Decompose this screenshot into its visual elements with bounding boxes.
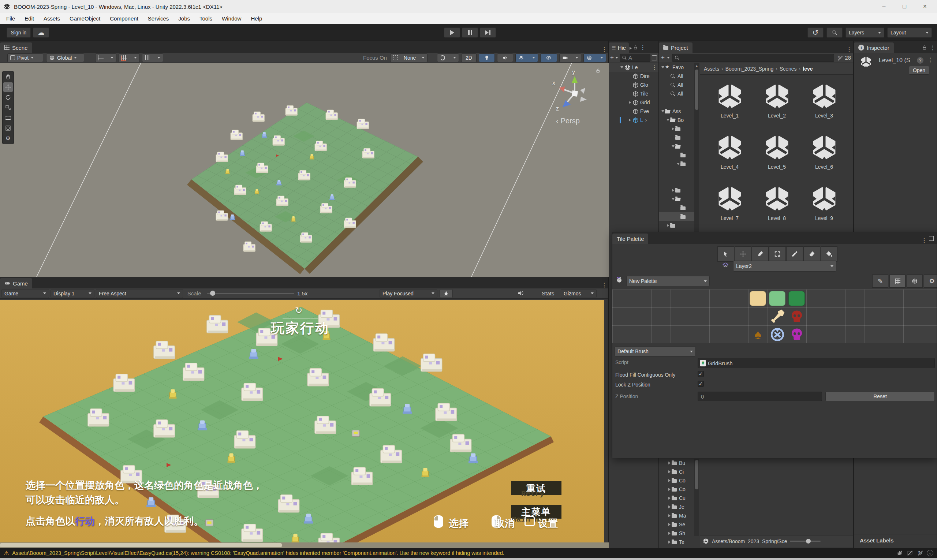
pivot-dropdown[interactable]: Pivot bbox=[7, 54, 43, 62]
tab-hierarchy[interactable]: ☰Hie bbox=[609, 43, 629, 53]
project-tree-row[interactable]: Ci bbox=[659, 468, 694, 476]
progress-idle-icon[interactable]: ⌄ bbox=[927, 550, 933, 556]
scene-viewport[interactable]: ⚙ y x z ‹Persp bbox=[0, 63, 609, 277]
tile-fill-tool[interactable] bbox=[821, 246, 837, 262]
breadcrumb-item[interactable]: Booom_2023_Spring› bbox=[725, 66, 777, 72]
hidden-packages-icon[interactable]: ✎ bbox=[836, 55, 843, 61]
project-tree-row[interactable]: Co bbox=[659, 485, 694, 494]
reset-button[interactable]: Reset bbox=[825, 392, 935, 401]
lock-icon[interactable] bbox=[922, 45, 927, 50]
breadcrumb-item[interactable]: leve› bbox=[803, 66, 812, 72]
project-tree-row[interactable] bbox=[659, 203, 694, 212]
play-focused-dropdown[interactable]: Play Focused bbox=[380, 289, 437, 298]
expand-arrow-icon[interactable] bbox=[662, 66, 664, 68]
scale-tool[interactable] bbox=[3, 103, 13, 112]
scene-kebab-icon[interactable]: ⋮ bbox=[651, 64, 659, 71]
minimize-button[interactable]: – bbox=[875, 1, 892, 12]
lock-z-checkbox[interactable]: ✓ bbox=[698, 381, 704, 387]
scene-lighting-toggle[interactable] bbox=[479, 54, 495, 62]
add-gameobject-button[interactable]: + bbox=[610, 54, 614, 62]
project-tree-row[interactable] bbox=[659, 186, 694, 195]
grid-toggle-button[interactable] bbox=[889, 274, 906, 288]
add-asset-button[interactable]: + bbox=[661, 54, 665, 62]
expand-arrow-icon[interactable] bbox=[672, 128, 674, 130]
console-refresh-muted-icon[interactable]: ↻ bbox=[917, 549, 924, 557]
project-tree-row[interactable]: Ma bbox=[659, 511, 694, 520]
brush-dropdown[interactable]: Default Brush bbox=[614, 346, 696, 357]
expand-arrow-icon[interactable] bbox=[668, 505, 671, 508]
snap-increment-button[interactable] bbox=[142, 54, 163, 62]
expand-arrow-icon[interactable] bbox=[668, 462, 671, 465]
scene-picker-icon[interactable] bbox=[652, 55, 657, 60]
undo-history-button[interactable]: ↺ bbox=[808, 28, 823, 38]
expand-arrow-icon[interactable] bbox=[668, 523, 671, 526]
scene-menu-kebab-icon[interactable]: ⋮ bbox=[600, 46, 608, 53]
layers-dropdown[interactable]: Layers bbox=[846, 28, 884, 38]
project-tree-row[interactable] bbox=[659, 142, 694, 151]
asset-scene-item[interactable]: Level_8 bbox=[753, 185, 800, 236]
move-tool[interactable] bbox=[3, 82, 13, 92]
project-tree-row[interactable]: All bbox=[659, 89, 694, 98]
script-field[interactable]: # GridBrush bbox=[698, 358, 935, 368]
scrollbar-thumb[interactable] bbox=[695, 69, 699, 110]
project-tree-row[interactable]: Bu bbox=[659, 458, 694, 468]
asset-scene-item[interactable]: Level_5 bbox=[753, 133, 800, 185]
scene-effects-dropdown[interactable] bbox=[515, 54, 538, 62]
expand-arrow-icon[interactable] bbox=[672, 189, 674, 192]
palette-tile-rect[interactable] bbox=[788, 291, 805, 306]
rect-tool[interactable] bbox=[3, 113, 13, 123]
palette-tile-rect[interactable] bbox=[749, 291, 766, 306]
menu-item[interactable]: Component bbox=[105, 13, 143, 24]
focus-target-dropdown[interactable]: None bbox=[390, 54, 428, 62]
play-button[interactable] bbox=[444, 28, 460, 38]
project-tree-row[interactable]: Co bbox=[659, 476, 694, 485]
scene-camera-dropdown[interactable] bbox=[559, 54, 581, 62]
tile-move-tool[interactable] bbox=[735, 246, 751, 262]
menu-item[interactable]: Assets bbox=[39, 13, 65, 24]
project-search-input[interactable] bbox=[672, 54, 834, 62]
2d-toggle-button[interactable]: 2D bbox=[461, 54, 477, 62]
view-hand-tool[interactable] bbox=[3, 72, 13, 82]
menu-item[interactable]: Jobs bbox=[174, 13, 195, 24]
expand-arrow-icon[interactable] bbox=[620, 66, 623, 68]
scrollbar-thumb[interactable] bbox=[0, 543, 282, 547]
hierarchy-item[interactable]: L › bbox=[609, 115, 659, 125]
menu-item[interactable]: File bbox=[2, 13, 20, 24]
expand-arrow-icon[interactable] bbox=[668, 532, 671, 535]
status-bar[interactable]: ⚠ Assets\Booom_2023_Spring\Script\Level\… bbox=[0, 548, 937, 558]
scale-slider-knob[interactable] bbox=[210, 291, 215, 296]
hierarchy-item[interactable]: Glo › bbox=[609, 80, 659, 89]
project-tree-scrollbar-lower[interactable] bbox=[694, 458, 699, 536]
expand-arrow-icon[interactable] bbox=[666, 119, 669, 121]
palette-settings-button[interactable]: ⚙ bbox=[924, 274, 937, 288]
palette-tile-sword[interactable] bbox=[769, 309, 785, 324]
palette-tile-circlex[interactable] bbox=[769, 327, 785, 342]
aspect-dropdown[interactable]: Free Aspect bbox=[96, 289, 183, 298]
console-status-message[interactable]: Assets\Booom_2023_Spring\Script\Level\Vi… bbox=[12, 550, 893, 556]
hierarchy-item[interactable]: Eve › bbox=[609, 107, 659, 115]
expand-arrow-icon[interactable] bbox=[668, 488, 671, 491]
expand-arrow-icon[interactable] bbox=[629, 118, 631, 122]
tab-inspector[interactable]: i Inspector bbox=[854, 43, 894, 53]
project-tree-row[interactable]: Je bbox=[659, 503, 694, 511]
open-button[interactable]: Open bbox=[909, 66, 929, 75]
scene-visibility-toggle[interactable] bbox=[540, 54, 557, 62]
tab-project[interactable]: Project bbox=[659, 43, 692, 53]
palette-tile-skull[interactable] bbox=[788, 309, 805, 324]
breadcrumb-item[interactable]: Assets› bbox=[704, 66, 723, 72]
snap-settings-button[interactable] bbox=[118, 54, 140, 62]
chevron-down-icon[interactable] bbox=[667, 57, 670, 58]
project-tree-scrollbar[interactable]: ▲ bbox=[694, 63, 699, 254]
expand-arrow-icon[interactable] bbox=[629, 101, 631, 104]
palette-dropdown[interactable]: New Palette bbox=[626, 276, 710, 286]
tile-brush-tool[interactable] bbox=[752, 246, 769, 262]
hierarchy-search-input[interactable]: A bbox=[620, 54, 651, 62]
hierarchy-item[interactable]: Dire › bbox=[609, 72, 659, 80]
menu-item[interactable]: Tools bbox=[195, 13, 217, 24]
transform-tool[interactable] bbox=[3, 123, 13, 133]
tab-tile-palette[interactable]: Tile Palette bbox=[612, 234, 648, 244]
asset-scene-item[interactable]: Level_9 bbox=[800, 185, 848, 236]
hierarchy-item[interactable]: Tile › bbox=[609, 89, 659, 98]
asset-scene-item[interactable]: Level_4 bbox=[706, 133, 753, 185]
tab-scene[interactable]: Scene bbox=[0, 43, 32, 53]
